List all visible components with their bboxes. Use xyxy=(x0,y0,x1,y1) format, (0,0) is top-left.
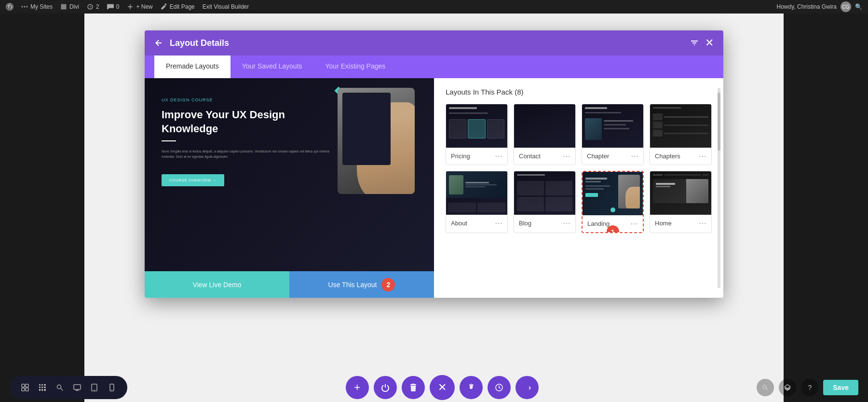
layout-card-footer-home: Home ⋯ xyxy=(650,215,711,232)
preview-actions: View Live Demo Use This Layout 2 xyxy=(145,271,434,298)
edit-page-menu[interactable]: Edit Page xyxy=(161,3,195,10)
admin-bar: My Sites Divi 2 0 + New Edit Page Exit V… xyxy=(0,0,868,14)
preview-phone xyxy=(338,88,415,194)
modal-close-button[interactable]: ✕ xyxy=(705,37,714,49)
layouts-panel: Layouts In This Pack (8) xyxy=(434,78,723,298)
preview-title: Improve Your UX Design Knowledge xyxy=(162,108,330,136)
tab-existing-pages[interactable]: Your Existing Pages xyxy=(314,55,397,78)
layout-name-pricing: Pricing xyxy=(451,152,470,160)
layout-name-chapters: Chapters xyxy=(655,152,680,160)
layout-thumbnail-pricing xyxy=(446,104,507,148)
layout-card-about[interactable]: About ⋯ xyxy=(446,171,508,233)
preview-right xyxy=(338,88,424,262)
preview-course-label: UX DESIGN COURSE xyxy=(162,97,330,102)
divi-menu[interactable]: Divi xyxy=(60,3,79,10)
modal-overlay: Layout Details ✕ Premade Layouts Your Sa… xyxy=(0,14,868,402)
layout-card-footer-contact: Contact ⋯ xyxy=(514,148,575,165)
user-avatar[interactable]: CG xyxy=(841,1,851,12)
modal-tabs: Premade Layouts Your Saved Layouts Your … xyxy=(145,55,723,78)
layout-menu-chapters[interactable]: ⋯ xyxy=(699,152,706,161)
modal-body: UX DESIGN COURSE Improve Your UX Design … xyxy=(145,78,723,298)
layout-name-home: Home xyxy=(655,220,672,227)
modal-header: Layout Details ✕ xyxy=(145,30,723,55)
layout-menu-landing[interactable]: ⋯ xyxy=(630,219,638,228)
layout-menu-contact[interactable]: ⋯ xyxy=(563,152,570,161)
use-layout-badge: 2 xyxy=(381,278,395,291)
layout-name-about: About xyxy=(451,220,467,227)
revisions-menu[interactable]: 2 xyxy=(87,3,99,10)
layout-card-contact[interactable]: Contact ⋯ xyxy=(514,104,576,165)
layout-thumbnail-home xyxy=(650,171,711,215)
modal-sort-button[interactable] xyxy=(690,38,699,48)
svg-point-2 xyxy=(22,6,23,8)
layout-card-chapters[interactable]: Chapters ⋯ xyxy=(650,104,712,165)
layout-card-footer-chapter: Chapter ⋯ xyxy=(582,148,643,165)
layout-thumbnail-landing xyxy=(583,172,643,215)
phone-screen xyxy=(342,93,391,165)
preview-cta-button[interactable]: COURSE OVERVIEW → xyxy=(162,174,224,186)
layout-menu-home[interactable]: ⋯ xyxy=(699,219,706,228)
layout-thumbnail-chapters xyxy=(650,104,711,148)
layout-card-landing[interactable]: Landing ⋯ 1 xyxy=(582,171,644,233)
preview-image: UX DESIGN COURSE Improve Your UX Design … xyxy=(145,78,434,271)
layout-card-footer-pricing: Pricing ⋯ xyxy=(446,148,507,165)
landing-selected-dot xyxy=(610,208,615,212)
layout-thumbnail-chapter xyxy=(582,104,643,148)
scrollbar[interactable] xyxy=(718,88,720,288)
new-menu[interactable]: + New xyxy=(127,3,152,10)
layout-card-pricing[interactable]: Pricing ⋯ xyxy=(446,104,508,165)
layout-card-footer-chapters: Chapters ⋯ xyxy=(650,148,711,165)
tab-premade-layouts[interactable]: Premade Layouts xyxy=(154,55,231,78)
layout-card-footer-blog: Blog ⋯ xyxy=(514,215,575,232)
layouts-grid: Pricing ⋯ xyxy=(446,104,712,233)
preview-divider xyxy=(162,140,176,141)
use-this-layout-button[interactable]: Use This Layout 2 xyxy=(289,271,434,298)
wordpress-logo[interactable] xyxy=(6,3,14,11)
layout-card-chapter[interactable]: Chapter ⋯ xyxy=(582,104,644,165)
layout-menu-about[interactable]: ⋯ xyxy=(495,219,502,228)
tab-saved-layouts[interactable]: Your Saved Layouts xyxy=(231,55,314,78)
layout-card-footer-about: About ⋯ xyxy=(446,215,507,232)
svg-point-3 xyxy=(27,6,28,8)
comments-menu[interactable]: 0 xyxy=(107,3,120,10)
layouts-pack-title: Layouts In This Pack (8) xyxy=(446,88,712,96)
layout-menu-chapter[interactable]: ⋯ xyxy=(631,152,638,161)
layout-card-home[interactable]: Home ⋯ xyxy=(650,171,712,233)
layout-card-blog[interactable]: Blog ⋯ xyxy=(514,171,576,233)
layout-name-blog: Blog xyxy=(519,220,531,227)
layout-menu-pricing[interactable]: ⋯ xyxy=(495,152,502,161)
layout-thumbnail-blog xyxy=(514,171,575,215)
admin-bar-right: Howdy, Christina Gwira CG 🔍 xyxy=(777,1,862,12)
layout-thumbnail-contact xyxy=(514,104,575,148)
preview-panel: UX DESIGN COURSE Improve Your UX Design … xyxy=(145,78,434,298)
layout-name-contact: Contact xyxy=(519,152,541,160)
modal-back-button[interactable] xyxy=(154,38,164,48)
layout-name-chapter: Chapter xyxy=(587,152,609,160)
scroll-thumb xyxy=(718,93,720,151)
layout-name-landing: Landing xyxy=(587,220,610,227)
svg-point-1 xyxy=(24,6,26,8)
my-sites-menu[interactable]: My Sites xyxy=(21,3,53,10)
svg-rect-4 xyxy=(61,4,66,9)
layout-details-modal: Layout Details ✕ Premade Layouts Your Sa… xyxy=(145,30,723,298)
view-live-demo-button[interactable]: View Live Demo xyxy=(145,271,289,298)
exit-visual-builder[interactable]: Exit Visual Builder xyxy=(203,3,249,10)
preview-body-text: Nunc fringilla erat ut lectus aliquet, a… xyxy=(162,149,330,159)
search-icon[interactable]: 🔍 xyxy=(855,3,862,10)
layout-menu-blog[interactable]: ⋯ xyxy=(563,219,570,228)
modal-title: Layout Details xyxy=(170,38,684,48)
user-greeting: Howdy, Christina Gwira xyxy=(777,3,837,10)
layout-thumbnail-about xyxy=(446,171,507,215)
